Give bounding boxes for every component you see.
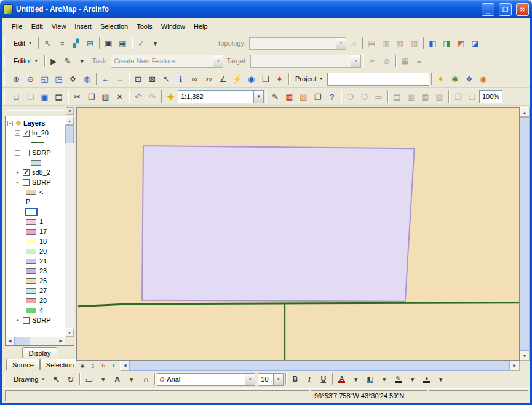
pause-drawing-icon[interactable]: ‖ — [109, 361, 119, 370]
toolbar-grip[interactable] — [4, 73, 6, 85]
menu-edit[interactable]: Edit — [27, 21, 47, 32]
expander-icon[interactable]: + — [15, 318, 20, 323]
layer-checkbox[interactable]: ✓ — [23, 130, 30, 137]
open-document-icon[interactable]: ❒ — [23, 90, 38, 103]
editor-menu-button[interactable]: Editor ▼ — [9, 54, 42, 68]
pan-icon[interactable]: ✥ — [66, 72, 80, 86]
chevron-down-icon[interactable]: ▼ — [245, 374, 255, 385]
tracking-icon[interactable]: ◉ — [476, 72, 490, 86]
legend-item[interactable]: 28 — [7, 295, 65, 305]
legend-swatch-selected[interactable] — [26, 209, 36, 215]
layer-checkbox[interactable] — [23, 317, 30, 324]
shared-features-icon[interactable]: ▞ — [69, 36, 83, 50]
tab-selection[interactable]: Selection — [40, 359, 80, 370]
chevron-down-icon[interactable]: ▼ — [273, 374, 283, 385]
scrollbar-thumb[interactable] — [65, 125, 74, 143]
expander-icon[interactable]: + — [15, 170, 20, 175]
legend-item[interactable]: 20 — [7, 246, 65, 256]
expander-icon[interactable]: − — [15, 180, 20, 185]
legend-swatch[interactable] — [26, 219, 36, 225]
menu-insert[interactable]: Insert — [70, 21, 96, 32]
line-color-icon[interactable]: ✎ — [391, 372, 405, 386]
fixed-zoom-out-icon[interactable]: ◳ — [52, 72, 66, 86]
rotate-element-icon[interactable]: ↻ — [63, 372, 77, 386]
topology-dropdown-icon[interactable]: ▼ — [148, 36, 162, 50]
new-text-icon[interactable]: A — [110, 372, 124, 386]
print-icon[interactable]: ▤ — [52, 90, 66, 103]
scroll-up-icon[interactable]: ▲ — [520, 107, 530, 117]
validate-selected-icon[interactable]: ▣ — [101, 36, 116, 50]
scroll-down-icon[interactable]: ▼ — [65, 328, 74, 337]
legend-item[interactable]: 23 — [7, 266, 65, 276]
back-extent-icon[interactable]: ← — [98, 72, 113, 86]
shape-tool-dropdown-icon[interactable]: ▼ — [96, 372, 110, 386]
scale-value[interactable]: 1:1,382 — [178, 93, 253, 100]
layer-checkbox[interactable] — [23, 150, 30, 156]
paste-icon[interactable]: ▥ — [98, 90, 113, 103]
marker-color-icon[interactable]: ● — [419, 372, 434, 386]
toc-horizontal-scrollbar[interactable]: ◀ ▶ — [6, 337, 65, 345]
map-canvas[interactable] — [76, 107, 520, 361]
parcel-polygon[interactable] — [142, 146, 415, 302]
layer-row-ln20[interactable]: − ✓ ln_20 — [7, 128, 65, 138]
arccatalog-icon[interactable]: ▨ — [296, 90, 311, 103]
clear-selection-icon[interactable]: ⊠ — [145, 72, 159, 86]
layer-label[interactable]: SDRP — [32, 316, 51, 324]
menu-view[interactable]: View — [47, 21, 71, 32]
text-tool-dropdown-icon[interactable]: ▼ — [124, 372, 138, 386]
validate-all-icon[interactable]: ▦ — [116, 36, 130, 50]
toc-grip[interactable] — [7, 110, 63, 113]
toc-root-label[interactable]: Layers — [23, 119, 45, 127]
symbol-row[interactable] — [7, 158, 65, 167]
close-button[interactable]: ✕ — [516, 3, 529, 16]
construct-features-icon[interactable]: ⊞ — [83, 36, 97, 50]
map-vertical-scrollbar[interactable]: ▲ ▼ — [520, 107, 530, 361]
generalize-edges-icon[interactable]: ◪ — [468, 36, 482, 50]
sketch-tool-icon[interactable]: ✎ — [61, 54, 75, 68]
edit-tool-icon[interactable]: ▶ — [47, 54, 61, 68]
undo-icon[interactable]: ↶ — [131, 90, 145, 103]
scroll-right-icon[interactable]: ▶ — [510, 361, 520, 371]
drawing-menu-button[interactable]: Drawing ▼ — [9, 372, 49, 386]
font-color-dropdown-icon[interactable]: ▼ — [349, 372, 363, 386]
publisher-icon[interactable]: ❖ — [462, 72, 476, 86]
layer-row-sdrp2[interactable]: − SDRP — [7, 177, 65, 187]
full-extent-icon[interactable]: ◍ — [80, 72, 94, 86]
symbol-row[interactable] — [7, 138, 65, 148]
legend-item[interactable]: 27 — [7, 286, 65, 295]
layer-checkbox[interactable] — [23, 179, 30, 186]
edit-menu-button[interactable]: Edit ▼ — [9, 36, 36, 50]
menu-file[interactable]: File — [7, 21, 27, 32]
select-features-icon[interactable]: ⊡ — [131, 72, 145, 86]
scroll-up-icon[interactable]: ▲ — [65, 116, 74, 125]
font-size-combobox[interactable]: 10 ▼ — [258, 373, 284, 386]
scroll-right-icon[interactable]: ▶ — [57, 337, 65, 345]
scroll-left-icon[interactable]: ◀ — [120, 361, 130, 371]
delete-icon[interactable]: ✕ — [113, 90, 127, 103]
layer-label[interactable]: sd8_2 — [32, 169, 50, 176]
arctoolbox-icon[interactable]: ▦ — [282, 90, 296, 103]
sketch-tool-dropdown-icon[interactable]: ▼ — [75, 54, 89, 68]
data-view-icon[interactable]: ◉ — [77, 361, 87, 370]
legend-swatch[interactable] — [26, 190, 36, 195]
bold-button[interactable]: B — [288, 372, 302, 386]
chevron-down-icon[interactable]: ▼ — [253, 91, 263, 103]
split-polygons-icon[interactable]: ◩ — [454, 36, 468, 50]
expander-icon[interactable]: − — [15, 130, 20, 136]
legend-swatch[interactable] — [26, 308, 36, 313]
legend-swatch[interactable] — [26, 249, 36, 254]
toc-vertical-scrollbar[interactable]: ▲ ▼ — [65, 116, 74, 337]
layer-label[interactable]: SDRP — [32, 149, 51, 156]
add-data-icon[interactable]: ✚ — [164, 90, 178, 103]
identify-icon[interactable]: ℹ — [173, 72, 188, 86]
curve-tool-icon[interactable]: ∩ — [138, 372, 153, 386]
layer-row-sdrp3[interactable]: + SDRP — [7, 315, 65, 325]
font-size-value[interactable]: 10 — [258, 375, 273, 383]
layer-row-sdrp1[interactable]: − SDRP — [7, 148, 65, 158]
scrollbar-thumb[interactable] — [14, 337, 30, 345]
legend-swatch[interactable] — [26, 229, 36, 235]
hyperlink-icon[interactable]: ⚡ — [230, 72, 244, 86]
refresh-view-icon[interactable]: ↻ — [98, 361, 108, 370]
minimize-button[interactable]: _ — [482, 3, 494, 16]
font-color-icon[interactable]: A — [335, 372, 349, 386]
